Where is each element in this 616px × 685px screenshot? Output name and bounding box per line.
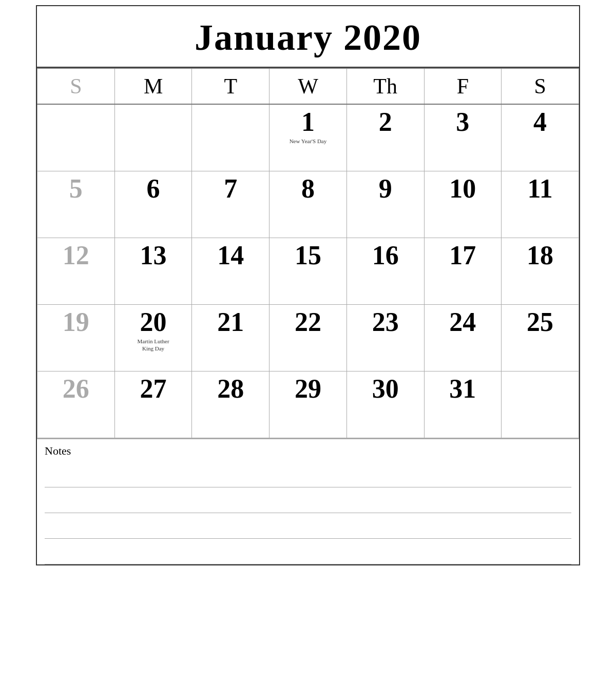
day-number: 29 — [274, 376, 342, 402]
day-cell: 21 — [192, 304, 270, 371]
day-number: 16 — [351, 242, 420, 269]
header-fri: F — [424, 68, 502, 104]
day-number: 31 — [429, 376, 497, 402]
day-cell: 26 — [37, 371, 115, 438]
day-number: 20 — [119, 309, 188, 336]
day-cell: 15 — [270, 238, 347, 304]
day-cell: 14 — [192, 238, 270, 304]
day-cell: 22 — [270, 304, 347, 371]
day-cell — [114, 104, 192, 171]
day-cell — [502, 371, 579, 438]
day-number: 19 — [42, 309, 110, 336]
day-number: 4 — [506, 109, 574, 135]
day-cell: 29 — [270, 371, 347, 438]
notes-lines — [45, 462, 571, 564]
day-cell: 17 — [424, 238, 502, 304]
calendar-title: January 2020 — [37, 6, 579, 68]
week-row-3: 12131415161718 — [37, 238, 579, 304]
day-number: 8 — [274, 175, 342, 202]
day-number: 5 — [42, 175, 110, 202]
day-number: 28 — [196, 376, 265, 402]
notes-line-3 — [45, 513, 571, 539]
header-row: SMTWThFS — [37, 68, 579, 104]
header-mon: M — [114, 68, 192, 104]
day-cell: 28 — [192, 371, 270, 438]
day-cell: 8 — [270, 171, 347, 238]
day-cell: 4 — [502, 104, 579, 171]
week-row-2: 567891011 — [37, 171, 579, 238]
day-number: 11 — [506, 175, 574, 202]
week-row-1: 1New Year'S Day234 — [37, 104, 579, 171]
day-cell: 6 — [114, 171, 192, 238]
notes-line-2 — [45, 487, 571, 513]
header-tue: T — [192, 68, 270, 104]
holiday-label: New Year'S Day — [274, 138, 342, 145]
day-number: 3 — [429, 109, 497, 135]
day-number: 17 — [429, 242, 497, 269]
day-cell: 31 — [424, 371, 502, 438]
day-cell: 23 — [346, 304, 424, 371]
day-number: 24 — [429, 309, 497, 336]
day-cell: 25 — [502, 304, 579, 371]
day-cell: 13 — [114, 238, 192, 304]
day-cell: 9 — [346, 171, 424, 238]
day-number: 6 — [119, 175, 188, 202]
day-cell: 27 — [114, 371, 192, 438]
day-number: 23 — [351, 309, 420, 336]
day-cell: 24 — [424, 304, 502, 371]
day-cell: 19 — [37, 304, 115, 371]
notes-line-4 — [45, 539, 571, 564]
day-cell — [37, 104, 115, 171]
day-cell: 2 — [346, 104, 424, 171]
day-cell: 10 — [424, 171, 502, 238]
header-thu: Th — [346, 68, 424, 104]
day-cell: 16 — [346, 238, 424, 304]
holiday-label: Martin LutherKing Day — [119, 338, 188, 353]
notes-line-1 — [45, 462, 571, 487]
day-number: 12 — [42, 242, 110, 269]
day-number: 9 — [351, 175, 420, 202]
notes-label: Notes — [45, 444, 571, 458]
header-sun: S — [37, 68, 115, 104]
calendar-grid: SMTWThFS 1New Year'S Day2345678910111213… — [37, 68, 579, 438]
day-cell — [192, 104, 270, 171]
day-number: 18 — [506, 242, 574, 269]
day-cell: 30 — [346, 371, 424, 438]
day-number: 30 — [351, 376, 420, 402]
day-number: 1 — [274, 109, 342, 135]
day-number: 22 — [274, 309, 342, 336]
day-cell: 18 — [502, 238, 579, 304]
header-wed: W — [270, 68, 347, 104]
day-number: 13 — [119, 242, 188, 269]
week-row-4: 1920Martin LutherKing Day2122232425 — [37, 304, 579, 371]
day-number: 27 — [119, 376, 188, 402]
week-row-5: 262728293031 — [37, 371, 579, 438]
day-number: 25 — [506, 309, 574, 336]
day-cell: 3 — [424, 104, 502, 171]
notes-section: Notes — [37, 438, 579, 564]
day-cell: 11 — [502, 171, 579, 238]
day-number: 26 — [42, 376, 110, 402]
day-number: 14 — [196, 242, 265, 269]
day-cell: 12 — [37, 238, 115, 304]
day-number: 7 — [196, 175, 265, 202]
day-number: 15 — [274, 242, 342, 269]
day-number: 2 — [351, 109, 420, 135]
day-cell: 20Martin LutherKing Day — [114, 304, 192, 371]
day-cell: 7 — [192, 171, 270, 238]
calendar-container: January 2020 SMTWThFS 1New Year'S Day234… — [36, 5, 580, 565]
day-cell: 1New Year'S Day — [270, 104, 347, 171]
day-number: 21 — [196, 309, 265, 336]
header-sat: S — [502, 68, 579, 104]
day-number: 10 — [429, 175, 497, 202]
day-cell: 5 — [37, 171, 115, 238]
